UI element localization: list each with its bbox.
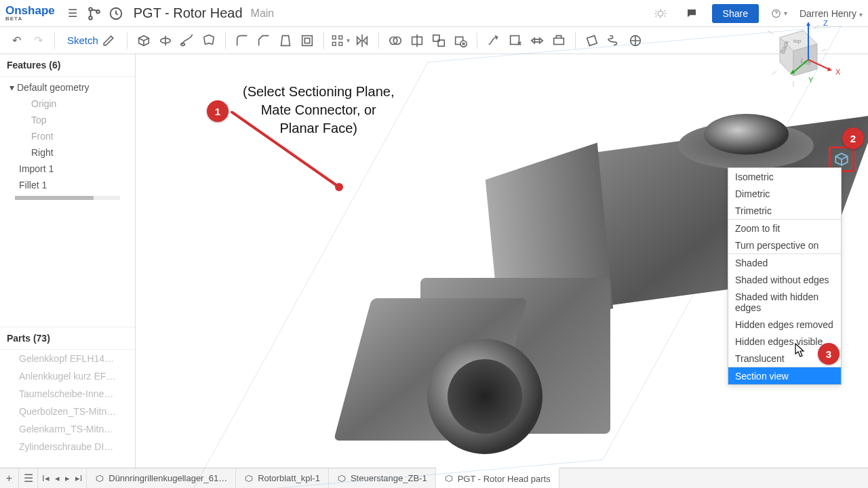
menu-hidden-removed[interactable]: Hidden edges removed	[728, 316, 841, 333]
svg-rect-12	[332, 42, 336, 45]
origin-node[interactable]: Origin	[0, 96, 135, 112]
feature-scrollbar[interactable]	[15, 196, 120, 200]
document-title: PGT - Rotor Head	[134, 5, 243, 21]
import-node[interactable]: Import 1	[0, 161, 135, 177]
svg-point-0	[89, 7, 92, 11]
sketch-button[interactable]: Sketch	[62, 32, 120, 49]
share-button[interactable]: Share	[712, 4, 759, 23]
transform-icon[interactable]	[429, 31, 448, 50]
svg-line-30	[808, 60, 830, 70]
menu-dimetric[interactable]: Dimetric	[728, 185, 841, 202]
svg-point-25	[335, 183, 343, 191]
svg-rect-11	[339, 35, 342, 39]
callout-2: 2	[842, 127, 864, 149]
shell-icon[interactable]	[298, 31, 317, 50]
top-plane-node[interactable]: Top	[0, 112, 135, 128]
parts-header: Parts (73)	[0, 327, 135, 350]
svg-rect-10	[332, 35, 336, 39]
boolean-icon[interactable]	[386, 31, 405, 50]
revolve-icon[interactable]	[156, 31, 175, 50]
callout-1: 1	[207, 100, 229, 122]
pattern-icon[interactable]	[331, 31, 350, 50]
part-item[interactable]: Gelenkarm_TS-Mitn…	[0, 420, 135, 438]
fillet-icon[interactable]	[233, 31, 252, 50]
modify-fillet-icon[interactable]	[484, 31, 503, 50]
feature-sidebar: Features (6) ▾Default geometry Origin To…	[0, 54, 136, 468]
right-plane-node[interactable]: Right	[0, 144, 135, 161]
tab-nav: I◂ ◂ ▸ ▸I	[38, 468, 87, 488]
part-item[interactable]: Taumelscheibe-Inne…	[0, 385, 135, 403]
mirror-icon[interactable]	[353, 31, 372, 50]
callout-3: 3	[818, 343, 840, 365]
menu-section-view[interactable]: Section view	[728, 367, 841, 384]
menu-shaded[interactable]: Shaded	[728, 254, 841, 271]
redo-button[interactable]: ↷	[28, 31, 47, 50]
annotation-arrow	[231, 111, 344, 192]
tab-list-button[interactable]: ☰	[19, 468, 38, 488]
model-hole[interactable]	[704, 114, 789, 155]
part-item[interactable]: Anlenkkugel kurz EF…	[0, 367, 135, 385]
help-icon[interactable]	[771, 5, 787, 22]
branch-icon[interactable]	[86, 5, 102, 22]
svg-line-31	[792, 60, 808, 73]
svg-rect-9	[304, 38, 309, 43]
app-header: Onshape BETA ☰ PGT - Rotor Head Main Sha…	[0, 0, 868, 27]
add-tab-button[interactable]: +	[0, 468, 19, 488]
next-tab-icon[interactable]: ▸	[65, 473, 70, 483]
menu-zoom-fit[interactable]: Zoom to fit	[728, 220, 841, 237]
svg-rect-13	[339, 42, 342, 45]
part-item[interactable]: Querbolzen_TS-Mitn…	[0, 403, 135, 420]
replace-face-icon[interactable]	[549, 31, 568, 50]
first-tab-icon[interactable]: I◂	[42, 473, 50, 483]
part-item[interactable]: Zylinderschraube DI…	[0, 438, 135, 455]
axis-triad: ZXY	[788, 19, 835, 85]
loft-icon[interactable]	[199, 31, 218, 50]
default-geometry-node[interactable]: ▾Default geometry	[0, 79, 135, 96]
bug-icon[interactable]	[652, 5, 669, 22]
model-hole[interactable]	[427, 339, 542, 454]
fillet-node[interactable]: Fillet 1	[0, 177, 135, 193]
menu-icon[interactable]: ☰	[64, 5, 81, 22]
onshape-logo[interactable]: Onshape BETA	[5, 5, 55, 22]
front-plane-node[interactable]: Front	[0, 128, 135, 144]
comment-icon[interactable]	[684, 5, 700, 22]
split-icon[interactable]	[408, 31, 427, 50]
svg-point-7	[181, 43, 185, 45]
undo-button[interactable]: ↶	[7, 31, 26, 50]
history-icon[interactable]	[108, 5, 124, 22]
last-tab-icon[interactable]: ▸I	[75, 473, 83, 483]
menu-perspective[interactable]: Turn perspective on	[728, 237, 841, 253]
chamfer-icon[interactable]	[254, 31, 273, 50]
part-item[interactable]: Gelenkkopf EFLH14…	[0, 350, 135, 367]
svg-rect-21	[511, 35, 519, 44]
menu-shaded-hidden[interactable]: Shaded with hidden edges	[728, 288, 841, 316]
move-face-icon[interactable]	[528, 31, 547, 50]
svg-line-24	[231, 111, 339, 187]
draft-icon[interactable]	[276, 31, 295, 50]
svg-point-4	[658, 11, 663, 16]
delete-part-icon[interactable]	[451, 31, 470, 50]
extrude-icon[interactable]	[134, 31, 153, 50]
menu-isometric[interactable]: Isometric	[728, 168, 841, 185]
branch-name[interactable]: Main	[251, 7, 275, 20]
sweep-icon[interactable]	[178, 31, 197, 50]
delete-face-icon[interactable]	[506, 31, 525, 50]
cursor-icon	[793, 343, 806, 361]
user-menu[interactable]: Darren Henry	[800, 8, 863, 19]
menu-trimetric[interactable]: Trimetric	[728, 202, 841, 219]
svg-rect-22	[554, 38, 564, 44]
menu-shaded-no-edges[interactable]: Shaded without edges	[728, 271, 841, 288]
svg-rect-8	[302, 35, 313, 45]
prev-tab-icon[interactable]: ◂	[55, 473, 60, 483]
svg-point-1	[89, 16, 92, 20]
features-header: Features (6)	[0, 54, 135, 77]
